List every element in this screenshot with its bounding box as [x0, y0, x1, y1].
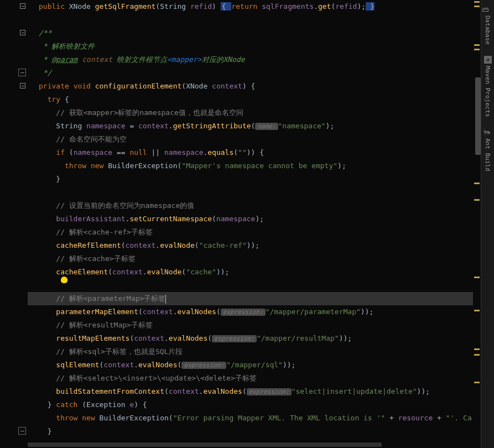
warning-marker[interactable] — [474, 6, 480, 7]
maven-icon: m — [484, 56, 492, 64]
fold-icon[interactable] — [20, 3, 25, 9]
horizontal-scrollbar-thumb[interactable] — [28, 442, 382, 447]
fold-box-icon[interactable] — [18, 69, 26, 76]
fold-icon[interactable] — [20, 30, 25, 35]
warning-marker[interactable] — [474, 1, 480, 3]
database-icon — [484, 6, 492, 13]
marker-strip[interactable] — [473, 0, 481, 448]
warning-marker[interactable] — [474, 183, 480, 184]
current-line: // 解析<parameterMap>子标签 — [28, 292, 473, 305]
keyword: public — [39, 2, 65, 11]
ant-icon — [484, 128, 492, 136]
param-hint: name: — [255, 123, 278, 130]
text-cursor — [165, 295, 166, 304]
warning-marker[interactable] — [474, 44, 480, 46]
doc-comment: /** — [39, 29, 51, 37]
ant-tool-tab[interactable]: Ant Build — [482, 123, 493, 177]
warning-marker[interactable] — [474, 199, 480, 201]
warning-marker[interactable] — [474, 354, 480, 356]
gutter — [0, 0, 28, 448]
warning-marker[interactable] — [474, 49, 480, 50]
warning-marker[interactable] — [474, 277, 480, 278]
horizontal-scrollbar[interactable] — [28, 441, 473, 448]
warning-marker[interactable] — [474, 382, 480, 383]
code-editor[interactable]: public XNode getSqlFragment(String refid… — [28, 0, 473, 448]
database-tool-tab[interactable]: Database — [482, 0, 493, 50]
warning-marker[interactable] — [474, 348, 480, 350]
fold-icon[interactable] — [20, 83, 25, 88]
vertical-scrollbar-thumb[interactable] — [475, 77, 481, 155]
fold-box-icon[interactable] — [18, 427, 26, 435]
intention-bulb-icon[interactable] — [61, 277, 67, 283]
maven-tool-tab[interactable]: m Maven Projects — [482, 50, 493, 123]
right-tool-sidebar: Database m Maven Projects Ant Build — [481, 0, 494, 448]
warning-marker[interactable] — [474, 310, 480, 311]
